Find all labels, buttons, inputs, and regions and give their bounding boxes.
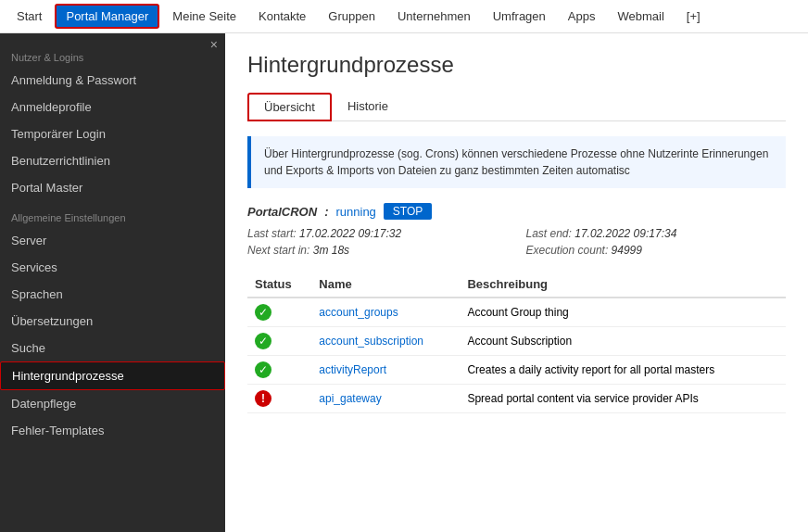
row-status: ✓ xyxy=(247,327,311,356)
nav-gruppen[interactable]: Gruppen xyxy=(319,6,385,27)
nav-umfragen[interactable]: Umfragen xyxy=(484,6,555,27)
nav-webmail[interactable]: Webmail xyxy=(608,6,673,27)
col-beschreibung: Beschreibung xyxy=(460,272,786,298)
row-name[interactable]: api_gateway xyxy=(311,385,460,413)
status-error-icon: ! xyxy=(255,390,271,407)
sidebar-item-services[interactable]: Services xyxy=(0,254,225,281)
row-description: Account Group thing xyxy=(460,298,786,327)
tab-bar: Übersicht Historie xyxy=(247,93,786,121)
sidebar: × Nutzer & Logins Anmeldung & Passwort A… xyxy=(0,33,225,532)
row-name[interactable]: account_groups xyxy=(311,298,460,327)
row-status: ! xyxy=(247,385,311,413)
nav-apps[interactable]: Apps xyxy=(559,6,605,27)
col-status: Status xyxy=(247,272,311,298)
cron-last-start: Last start: 17.02.2022 09:17:32 xyxy=(247,227,508,240)
status-ok-icon: ✓ xyxy=(255,333,271,349)
page-title: Hintergrundprozesse xyxy=(247,52,786,78)
row-description: Spread portal content via service provid… xyxy=(460,385,786,413)
table-row: ✓activityReportCreates a daily activity … xyxy=(247,356,786,385)
sidebar-item-portal-master[interactable]: Portal Master xyxy=(0,174,225,201)
status-ok-icon: ✓ xyxy=(255,361,271,378)
sidebar-item-temporaer[interactable]: Temporärer Login xyxy=(0,120,225,147)
row-description: Creates a daily activity report for all … xyxy=(460,356,786,385)
tab-uebersicht[interactable]: Übersicht xyxy=(247,93,332,121)
row-name[interactable]: activityReport xyxy=(311,356,460,385)
info-box: Über Hintergrundprozesse (sog. Crons) kö… xyxy=(247,136,786,188)
cron-execution-count-value: 94999 xyxy=(612,244,642,257)
table-row: ✓account_subscriptionAccount Subscriptio… xyxy=(247,327,786,356)
sidebar-item-sprachen[interactable]: Sprachen xyxy=(0,281,225,308)
nav-unternehmen[interactable]: Unternehmen xyxy=(388,6,480,27)
col-name: Name xyxy=(311,272,460,298)
nav-start[interactable]: Start xyxy=(7,6,51,27)
nav-more[interactable]: [+] xyxy=(677,6,710,27)
sidebar-item-datenpflege[interactable]: Datenpflege xyxy=(0,390,225,417)
main-layout: × Nutzer & Logins Anmeldung & Passwort A… xyxy=(0,33,808,532)
row-status: ✓ xyxy=(247,356,311,385)
cron-stop-button[interactable]: STOP xyxy=(384,203,432,220)
row-name[interactable]: account_subscription xyxy=(311,327,460,356)
sidebar-item-benutzerrichtlinien[interactable]: Benutzerrichtlinien xyxy=(0,147,225,174)
cron-next-start-value: 3m 18s xyxy=(313,244,349,257)
status-ok-icon: ✓ xyxy=(255,304,271,321)
sidebar-item-hintergrundprozesse[interactable]: Hintergrundprozesse xyxy=(0,361,225,390)
sidebar-item-suche[interactable]: Suche xyxy=(0,335,225,361)
cron-last-end-value: 17.02.2022 09:17:34 xyxy=(574,227,676,240)
cron-label: PortalCRON xyxy=(247,205,317,219)
table-row: !api_gatewaySpread portal content via se… xyxy=(247,385,786,413)
cron-running-status: running xyxy=(335,205,375,219)
sidebar-section-allgemein: Allgemeine Einstellungen xyxy=(0,201,225,227)
sidebar-item-anmeldung[interactable]: Anmeldung & Passwort xyxy=(0,67,225,94)
sidebar-item-server[interactable]: Server xyxy=(0,227,225,254)
cron-last-end: Last end: 17.02.2022 09:17:34 xyxy=(526,227,787,240)
sidebar-item-anmeldeprofile[interactable]: Anmeldeprofile xyxy=(0,94,225,120)
cron-status-row: PortalCRON: running STOP xyxy=(247,203,786,220)
nav-portal-manager[interactable]: Portal Manager xyxy=(55,4,159,29)
cron-info-grid: Last start: 17.02.2022 09:17:32 Last end… xyxy=(247,227,786,257)
top-navigation: Start Portal Manager Meine Seite Kontakt… xyxy=(0,0,808,33)
cron-execution-count: Execution count: 94999 xyxy=(526,244,787,257)
nav-meine-seite[interactable]: Meine Seite xyxy=(163,6,246,27)
sidebar-section-nutzer: Nutzer & Logins xyxy=(0,41,225,67)
row-status: ✓ xyxy=(247,298,311,327)
cron-last-start-value: 17.02.2022 09:17:32 xyxy=(299,227,401,240)
sidebar-close-button[interactable]: × xyxy=(210,37,218,52)
cron-table: Status Name Beschreibung ✓account_groups… xyxy=(247,272,786,413)
sidebar-item-uebersetzungen[interactable]: Übersetzungen xyxy=(0,308,225,335)
row-description: Account Subscription xyxy=(460,327,786,356)
sidebar-item-fehler-templates[interactable]: Fehler-Templates xyxy=(0,417,225,444)
content-area: Hintergrundprozesse Übersicht Historie Ü… xyxy=(225,33,808,532)
table-row: ✓account_groupsAccount Group thing xyxy=(247,298,786,327)
cron-next-start: Next start in: 3m 18s xyxy=(247,244,508,257)
tab-historie[interactable]: Historie xyxy=(332,93,404,121)
nav-kontakte[interactable]: Kontakte xyxy=(249,6,315,27)
